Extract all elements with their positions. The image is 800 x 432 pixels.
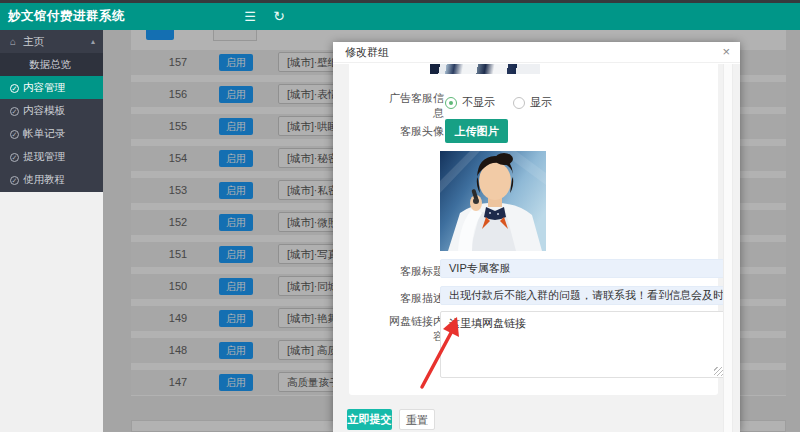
resize-grip[interactable] xyxy=(714,367,723,376)
sidebar-item-content-template[interactable]: ✓内容模板 xyxy=(0,99,103,122)
modal-scrollbar[interactable] xyxy=(723,64,733,432)
screen: 妙文馆付费进群系统 ☰ ↻ ⌂主页 ▴ 数据总览 ✓内容管理 ✓内容模板 ✓帐单… xyxy=(0,0,800,432)
sidebar-item-data-overview[interactable]: 数据总览 xyxy=(0,53,103,76)
upload-image-button[interactable]: 上传图片 xyxy=(445,119,508,143)
chevron-up-icon: ▴ xyxy=(91,30,95,53)
radio-hide-label[interactable]: 不显示 xyxy=(462,96,495,108)
service-desc-input[interactable]: 出现付款后不能入群的问题，请联系我！看到信息会及时回复的 xyxy=(440,286,725,305)
reset-button[interactable]: 重置 xyxy=(399,409,435,430)
sidebar-item-label: 提现管理 xyxy=(23,150,65,162)
menu-icon[interactable]: ☰ xyxy=(240,3,260,30)
sidebar-item-label: 使用教程 xyxy=(23,173,65,185)
check-circle-icon: ✓ xyxy=(10,84,19,93)
sidebar: ⌂主页 ▴ 数据总览 ✓内容管理 ✓内容模板 ✓帐单记录 ✓提现管理 ✓使用教程 xyxy=(0,30,103,192)
refresh-icon[interactable]: ↻ xyxy=(269,3,289,30)
radio-show[interactable] xyxy=(513,97,525,109)
modal-body: 广告客服信息 不显示显示 客服头像 上传图片 xyxy=(333,64,740,432)
netdisk-link-textarea[interactable]: 这里填网盘链接 xyxy=(440,311,725,378)
app-header: 妙文馆付费进群系统 ☰ ↻ xyxy=(0,3,800,30)
check-circle-icon: ✓ xyxy=(10,153,19,162)
sidebar-item-bill-record[interactable]: ✓帐单记录 xyxy=(0,122,103,145)
sidebar-item-home[interactable]: ⌂主页 ▴ xyxy=(0,30,103,53)
service-title-input[interactable]: VIP专属客服 xyxy=(440,259,725,278)
radio-show-label[interactable]: 显示 xyxy=(530,96,552,108)
close-icon[interactable]: × xyxy=(722,44,730,60)
sidebar-item-content-manage[interactable]: ✓内容管理 xyxy=(0,76,103,99)
service-title-label: 客服标题 xyxy=(364,264,444,279)
sidebar-item-label: 主页 xyxy=(23,35,44,47)
check-circle-icon: ✓ xyxy=(10,130,19,139)
modal-title: 修改群组 xyxy=(345,42,389,63)
clipped-group-avatar-image xyxy=(430,64,540,74)
sidebar-lower-area xyxy=(0,192,103,432)
service-avatar-image xyxy=(440,151,546,251)
check-circle-icon: ✓ xyxy=(10,176,19,185)
sidebar-item-label: 内容模板 xyxy=(23,104,65,116)
avatar-label: 客服头像 xyxy=(364,124,444,139)
netdisk-link-text: 这里填网盘链接 xyxy=(449,317,526,329)
app-title: 妙文馆付费进群系统 xyxy=(8,3,125,30)
home-icon: ⌂ xyxy=(10,30,23,53)
sidebar-item-label: 内容管理 xyxy=(23,81,65,93)
submit-button[interactable]: 立即提交 xyxy=(347,409,392,430)
check-circle-icon: ✓ xyxy=(10,107,19,116)
radio-hide[interactable] xyxy=(445,97,457,109)
sidebar-item-label: 帐单记录 xyxy=(23,127,65,139)
ad-service-radio-group: 不显示显示 xyxy=(445,93,570,107)
sidebar-item-withdraw-manage[interactable]: ✓提现管理 xyxy=(0,145,103,168)
edit-group-form: 广告客服信息 不显示显示 客服头像 上传图片 xyxy=(349,64,718,395)
service-desc-label: 客服描述 xyxy=(364,291,444,306)
sidebar-item-label: 数据总览 xyxy=(29,58,71,70)
ad-service-label: 广告客服信息 xyxy=(382,91,444,121)
modal-titlebar: 修改群组 × xyxy=(333,42,740,63)
sidebar-item-tutorial[interactable]: ✓使用教程 xyxy=(0,168,103,191)
netdisk-link-label: 网盘链接内容 xyxy=(382,314,444,344)
edit-group-modal: 修改群组 × 广告客服信息 不显示显示 客服头像 上传图片 xyxy=(333,42,740,432)
